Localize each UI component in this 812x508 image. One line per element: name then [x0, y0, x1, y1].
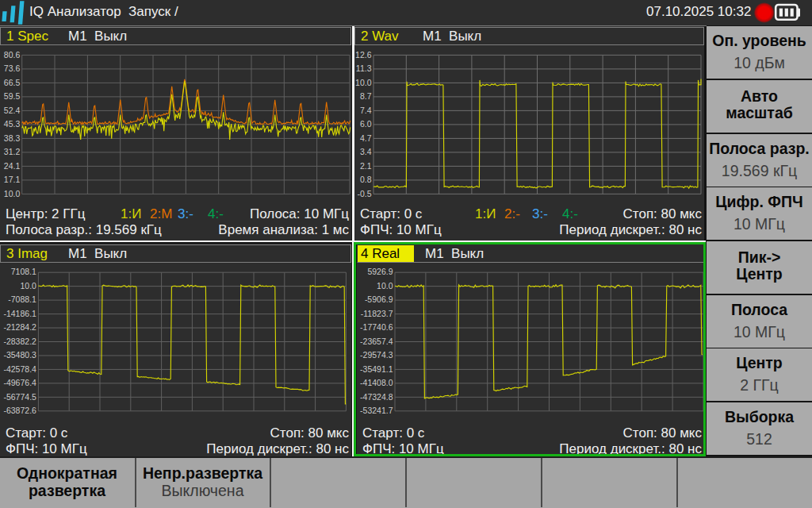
svg-text:6.0: 6.0 — [360, 119, 372, 129]
svg-text:4.7: 4.7 — [360, 133, 372, 143]
svg-text:59.5: 59.5 — [4, 91, 21, 101]
svg-text:-35480.3: -35480.3 — [3, 350, 36, 360]
svg-text:-56774.5: -56774.5 — [3, 392, 36, 402]
svg-text:-42578.4: -42578.4 — [3, 364, 36, 374]
svg-text:10.0: 10.0 — [355, 78, 372, 87]
svg-text:52.4: 52.4 — [4, 106, 21, 115]
svg-text:73.6: 73.6 — [4, 64, 21, 73]
svg-text:-21284.2: -21284.2 — [3, 322, 36, 332]
svg-text:-63872.6: -63872.6 — [3, 406, 36, 415]
svg-text:-0.5: -0.5 — [357, 189, 371, 198]
svg-text:0.8: 0.8 — [360, 175, 372, 184]
svg-text:24.1: 24.1 — [4, 161, 21, 171]
svg-text:45.3: 45.3 — [4, 119, 21, 129]
svg-text:10.0: 10.0 — [20, 281, 36, 291]
svg-text:10.0: 10.0 — [4, 189, 21, 198]
svg-text:2.1: 2.1 — [360, 161, 372, 171]
svg-text:11.3: 11.3 — [356, 64, 372, 73]
svg-text:38.3: 38.3 — [4, 133, 21, 143]
svg-text:12.6: 12.6 — [355, 50, 372, 60]
svg-text:7108.1: 7108.1 — [11, 267, 36, 276]
svg-text:8.7: 8.7 — [360, 91, 372, 101]
svg-text:7.4: 7.4 — [360, 106, 372, 115]
svg-text:-7088.1: -7088.1 — [8, 294, 36, 304]
svg-text:-28382.2: -28382.2 — [3, 337, 36, 346]
svg-text:3.4: 3.4 — [360, 147, 372, 156]
svg-text:-14186.1: -14186.1 — [3, 309, 36, 318]
svg-text:-49676.4: -49676.4 — [3, 378, 36, 387]
svg-text:66.5: 66.5 — [4, 78, 21, 87]
svg-text:80.6: 80.6 — [4, 50, 21, 60]
svg-text:31.2: 31.2 — [4, 147, 21, 156]
svg-text:17.1: 17.1 — [4, 175, 21, 184]
